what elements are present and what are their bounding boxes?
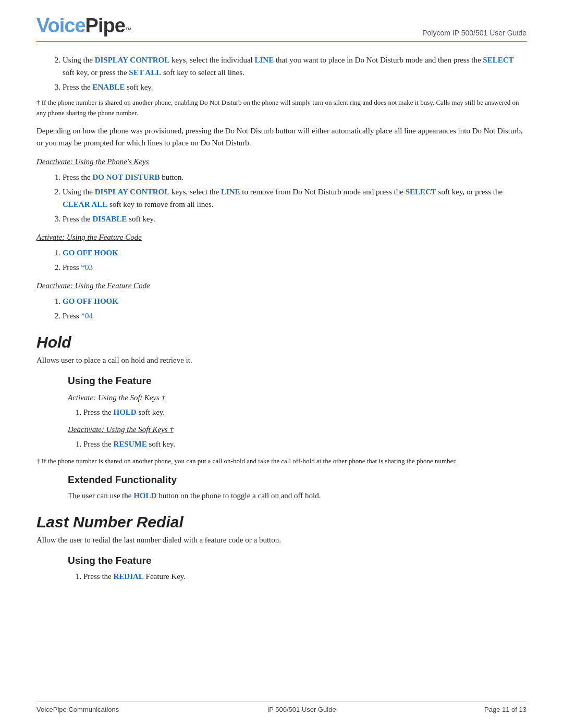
using-feature-heading-1: Using the Feature: [68, 375, 527, 387]
list-item: Using the DISPLAY CONTROL keys, select t…: [63, 54, 527, 79]
go-off-hook-2: GO OFF HOOK: [63, 297, 118, 305]
logo-tm: ™: [125, 26, 132, 34]
go-off-hook-1: GO OFF HOOK: [63, 249, 118, 257]
resume-label: RESUME: [114, 440, 147, 448]
para-1: Depending on how the phone was provision…: [36, 125, 527, 150]
logo-voice: Voice: [36, 15, 85, 37]
deactivate-feature-list: GO OFF HOOK Press *04: [63, 295, 527, 322]
redial-label: REDIAL: [114, 572, 144, 581]
step2-text-1: Using the: [63, 56, 95, 64]
step2-text-3: that you want to place in Do Not Disturb…: [274, 56, 483, 64]
deactivate-phone-heading: Deactivate: Using the Phone's Keys: [36, 156, 527, 168]
activate-feature-list: GO OFF HOOK Press *03: [63, 246, 527, 274]
logo: VoicePipe™: [36, 15, 132, 37]
deact-step2-text-2: keys, select the: [169, 188, 221, 196]
step3-text-2: soft key.: [125, 83, 153, 91]
list-item: GO OFF HOOK: [63, 295, 527, 307]
footer: VoicePipe Communications IP 500/501 User…: [36, 701, 527, 713]
list-item: Press the RESUME soft key.: [83, 438, 527, 450]
top-list: Using the DISPLAY CONTROL keys, select t…: [63, 54, 527, 93]
resume-step1-text-1: Press the: [83, 440, 114, 448]
hold-step1-text-2: soft key.: [137, 408, 165, 416]
deact-step3-text-1: Press the: [63, 215, 93, 223]
list-item: Press *04: [63, 310, 527, 322]
extended-desc: The user can use the HOLD button on the …: [68, 490, 527, 502]
footer-guide: IP 500/501 User Guide: [267, 706, 336, 713]
page: VoicePipe™ Polycom IP 500/501 User Guide…: [0, 0, 563, 728]
step2-text-2: keys, select the individual: [169, 56, 254, 64]
list-item: Press the DISABLE soft key.: [63, 213, 527, 225]
footer-company: VoicePipe Communications: [36, 706, 119, 713]
extended-text-1: The user can use the: [68, 491, 133, 500]
select-label-1: SELECT: [483, 56, 513, 64]
deact-step2-text-1: Using the: [63, 188, 95, 196]
deact-step2-text-3: to remove from Do Not Disturb mode and p…: [240, 188, 406, 196]
header: VoicePipe™ Polycom IP 500/501 User Guide: [36, 0, 527, 42]
deactivate-phone-list: Press the DO NOT DISTURB button. Using t…: [63, 171, 527, 225]
deactivate-feature-heading: Deactivate: Using the Feature Code: [36, 280, 527, 292]
act-step2-text: Press: [63, 263, 81, 272]
list-item: Press the REDIAL Feature Key.: [83, 571, 527, 583]
display-control-1: DISPLAY CONTROL: [95, 56, 170, 64]
deactivate-soft-heading: Deactivate: Using the Soft Keys †: [68, 424, 527, 436]
redial-list: Press the REDIAL Feature Key.: [83, 571, 527, 583]
clear-all-label: CLEAR ALL: [63, 200, 107, 208]
footnote-1: † If the phone number is shared on anoth…: [36, 97, 527, 118]
deact-step1-end: button.: [160, 173, 183, 181]
hold-deactivate-list: Press the RESUME soft key.: [83, 438, 527, 450]
last-number-desc: Allow the user to redial the last number…: [36, 534, 527, 546]
footer-page: Page 11 of 13: [484, 706, 527, 713]
list-item: Using the DISPLAY CONTROL keys, select t…: [63, 186, 527, 211]
content: Using the DISPLAY CONTROL keys, select t…: [36, 54, 527, 618]
display-control-2: DISPLAY CONTROL: [95, 188, 170, 196]
resume-step1-text-2: soft key.: [147, 440, 175, 448]
disable-label: DISABLE: [93, 215, 127, 223]
hold-activate-list: Press the HOLD soft key.: [83, 406, 527, 418]
list-item: Press the ENABLE soft key.: [63, 81, 527, 93]
list-item: Press the DO NOT DISTURB button.: [63, 171, 527, 183]
hold-label-1: HOLD: [114, 408, 137, 416]
select-label-2: SELECT: [406, 188, 436, 196]
hold-step1-text-1: Press the: [83, 408, 114, 416]
deact-step1-text: Press the: [63, 173, 93, 181]
hold-label-2: HOLD: [133, 491, 156, 500]
star03-label: *03: [81, 263, 93, 272]
activate-feature-heading: Activate: Using the Feature Code: [36, 231, 527, 243]
enable-label: ENABLE: [93, 83, 125, 91]
hold-title: Hold: [36, 334, 527, 351]
deact-step2-text-5: soft key to remove from all lines.: [107, 200, 213, 208]
activate-soft-heading: Activate: Using the Soft Keys †: [68, 392, 527, 404]
last-number-title: Last Number Redial: [36, 513, 527, 531]
star04-label: *04: [81, 312, 93, 320]
using-feature-heading-2: Using the Feature: [68, 555, 527, 566]
line-label-1: LINE: [254, 56, 274, 64]
footnote-2: † If the phone number is shared on anoth…: [36, 456, 527, 466]
line-label-2: LINE: [221, 188, 240, 196]
extended-functionality-heading: Extended Functionality: [68, 474, 527, 486]
redial-step1-text-2: Feature Key.: [144, 572, 186, 581]
set-all-label: SET ALL: [129, 68, 161, 77]
hold-desc: Allows user to place a call on hold and …: [36, 354, 527, 366]
extended-text-2: button on the phone to toggle a call on …: [156, 491, 321, 500]
header-subtitle: Polycom IP 500/501 User Guide: [422, 29, 527, 37]
do-not-disturb-label: DO NOT DISTURB: [93, 173, 160, 181]
deact-step3-text-2: soft key.: [127, 215, 155, 223]
deact-feat-step2-text: Press: [63, 312, 81, 320]
list-item: Press the HOLD soft key.: [83, 406, 527, 418]
step2-text-4: soft key, or press the: [63, 68, 129, 77]
step3-text-1: Press the: [63, 83, 93, 91]
list-item: Press *03: [63, 261, 527, 274]
logo-pipe: Pipe: [85, 15, 125, 37]
list-item: GO OFF HOOK: [63, 246, 527, 259]
step2-text-5: soft key to select all lines.: [161, 68, 244, 77]
deact-step2-text-4: soft key, or press the: [436, 188, 503, 196]
redial-step1-text-1: Press the: [83, 572, 114, 581]
